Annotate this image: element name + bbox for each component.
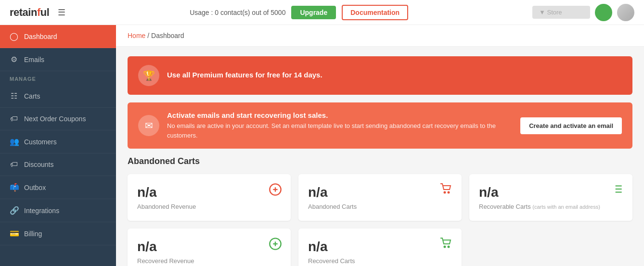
layout: ◯ Dashboard ⚙ Emails MANAGE ☷ Carts 🏷 Ne… [0, 25, 644, 266]
svg-point-3 [444, 192, 446, 193]
avatar-green [595, 4, 612, 21]
abandoned-carts-label: Abandoned Carts [308, 203, 452, 210]
billing-icon: 💳 [10, 229, 18, 238]
avatar-img [617, 4, 634, 21]
card-recovered-carts: n/a Recovered Carts [298, 228, 462, 266]
sidebar-item-outbox[interactable]: 📫 Outbox [0, 176, 116, 199]
dollar-icon-red [269, 183, 282, 199]
premium-banner-text: Use all Premium features for free for 14… [167, 71, 622, 81]
svg-point-15 [448, 246, 450, 248]
sidebar-item-customers[interactable]: 👥 Customers [0, 130, 116, 153]
hamburger-menu[interactable]: ☰ [58, 7, 65, 18]
list-icon-green [611, 183, 624, 198]
sidebar: ◯ Dashboard ⚙ Emails MANAGE ☷ Carts 🏷 Ne… [0, 25, 116, 266]
sidebar-item-emails[interactable]: ⚙ Emails [0, 48, 116, 71]
sidebar-label-integrations: Integrations [24, 207, 59, 215]
documentation-button[interactable]: Documentation [342, 5, 408, 20]
sidebar-label-coupons: Next Order Coupons [24, 115, 86, 123]
breadcrumb-separator: / [147, 32, 149, 39]
dashboard-icon: ◯ [10, 32, 18, 41]
abandoned-revenue-label: Abandoned Revenue [137, 203, 281, 210]
premium-icon: 🏆 [138, 65, 159, 86]
integrations-icon: 🔗 [10, 206, 18, 215]
main-content: Home / Dashboard 🏆 Use all Premium featu… [116, 25, 644, 266]
sidebar-item-next-order-coupons[interactable]: 🏷 Next Order Coupons [0, 108, 116, 130]
abandoned-carts-value: n/a [308, 185, 452, 200]
cart-icon-green [439, 237, 453, 252]
topbar: retainful ☰ Usage : 0 contact(s) out of … [0, 0, 644, 25]
coupons-icon: 🏷 [10, 114, 18, 123]
abandoned-carts-title: Abandoned Carts [128, 156, 632, 166]
warning-banner: ✉ Activate emails and start recovering l… [128, 102, 632, 149]
sidebar-label-discounts: Discounts [24, 161, 53, 168]
svg-point-14 [444, 246, 446, 248]
svg-point-4 [448, 192, 450, 193]
recovered-carts-value: n/a [308, 239, 452, 254]
recoverable-carts-sublabel: (carts with an email address) [532, 204, 600, 210]
card-placeholder [469, 228, 632, 266]
sidebar-section-manage: MANAGE [0, 71, 116, 85]
logo: retainful [10, 6, 49, 19]
premium-banner-title: Use all Premium features for free for 14… [167, 71, 622, 79]
recovered-carts-label: Recovered Carts [308, 257, 452, 265]
recoverable-carts-value: n/a [479, 185, 623, 200]
emails-icon: ⚙ [10, 55, 18, 64]
warning-icon: ✉ [138, 115, 159, 136]
customers-icon: 👥 [10, 137, 18, 146]
topbar-left: retainful ☰ [10, 6, 65, 19]
cards-grid-row2: n/a Recovered Revenue n/a Recovered Cart… [128, 228, 632, 266]
content-area: 🏆 Use all Premium features for free for … [116, 47, 644, 266]
warning-banner-title: Activate emails and start recovering los… [167, 111, 513, 119]
topbar-center: Usage : 0 contact(s) out of 5000 Upgrade… [190, 5, 408, 20]
card-recoverable-carts: n/a Recoverable Carts (carts with an ema… [469, 174, 632, 221]
cart-icon-red [439, 183, 453, 197]
sidebar-label-dashboard: Dashboard [24, 33, 57, 40]
sidebar-item-integrations[interactable]: 🔗 Integrations [0, 199, 116, 222]
premium-banner: 🏆 Use all Premium features for free for … [128, 56, 632, 95]
breadcrumb: Home / Dashboard [116, 25, 644, 47]
warning-banner-text: Activate emails and start recovering los… [167, 111, 513, 140]
outbox-icon: 📫 [10, 183, 18, 192]
carts-icon: ☷ [10, 91, 18, 101]
warning-banner-description: No emails are active in your account. Se… [167, 121, 513, 140]
sidebar-label-outbox: Outbox [24, 184, 46, 191]
sidebar-label-carts: Carts [24, 92, 40, 100]
sidebar-item-discounts[interactable]: 🏷 Discounts [0, 153, 116, 176]
topbar-right: ▼ Store [532, 4, 634, 21]
dollar-icon-green [269, 237, 282, 253]
card-abandoned-revenue: n/a Abandoned Revenue [128, 174, 291, 221]
store-selector[interactable]: ▼ Store [532, 6, 590, 19]
cards-grid-row1: n/a Abandoned Revenue n/a Abandoned Cart… [128, 174, 632, 221]
breadcrumb-home[interactable]: Home [128, 32, 145, 39]
sidebar-label-billing: Billing [24, 230, 42, 238]
card-recovered-revenue: n/a Recovered Revenue [128, 228, 291, 266]
abandoned-revenue-value: n/a [137, 185, 281, 200]
card-abandoned-carts: n/a Abandoned Carts [298, 174, 462, 221]
recovered-revenue-label: Recovered Revenue [137, 257, 281, 265]
sidebar-item-carts[interactable]: ☷ Carts [0, 85, 116, 108]
recoverable-carts-label: Recoverable Carts (carts with an email a… [479, 203, 623, 210]
breadcrumb-current: Dashboard [151, 32, 184, 39]
recovered-revenue-value: n/a [137, 239, 281, 254]
discounts-icon: 🏷 [10, 160, 18, 169]
sidebar-item-dashboard[interactable]: ◯ Dashboard [0, 25, 116, 48]
sidebar-label-emails: Emails [24, 56, 44, 63]
sidebar-label-customers: Customers [24, 138, 57, 146]
create-activate-button[interactable]: Create and activate an email [520, 117, 622, 134]
upgrade-button[interactable]: Upgrade [291, 6, 336, 19]
sidebar-item-billing[interactable]: 💳 Billing [0, 222, 116, 245]
usage-text: Usage : 0 contact(s) out of 5000 [190, 9, 285, 16]
